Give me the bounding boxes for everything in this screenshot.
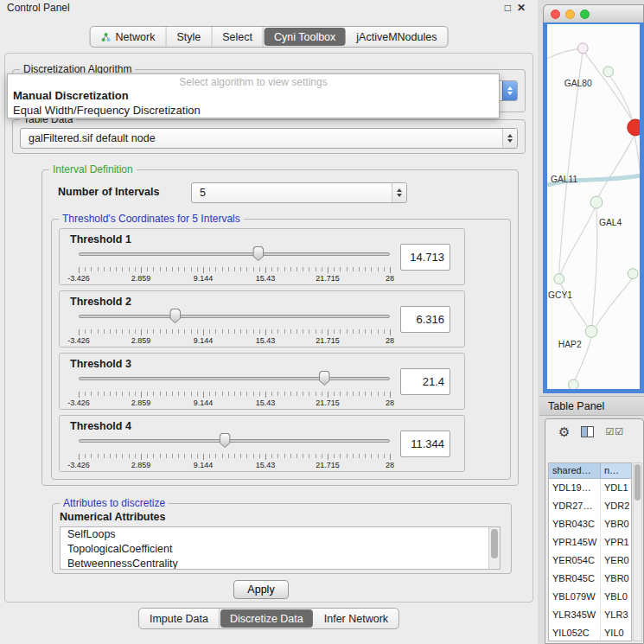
threshold-3-value-field[interactable]: 21.4	[400, 368, 450, 395]
slider-track[interactable]	[79, 439, 390, 443]
table-cell[interactable]: YBR045C	[549, 570, 601, 588]
table-cell[interactable]: YIL0	[601, 624, 631, 641]
table-cell[interactable]: YLR345W	[549, 606, 601, 624]
tab-discretize-data[interactable]: Discretize Data	[220, 609, 313, 628]
threshold-4-value-field[interactable]: 11.344	[400, 430, 450, 457]
tab-network[interactable]: Network	[91, 27, 167, 47]
threshold-1-value-field[interactable]: 14.713	[400, 244, 450, 271]
number-of-intervals-label: Number of Intervals	[58, 186, 159, 198]
table-cell[interactable]: YDR2	[601, 497, 631, 515]
close-traffic-light-icon[interactable]	[551, 10, 560, 19]
network-node-red[interactable]	[628, 119, 640, 136]
tab-impute-data[interactable]: Impute Data	[139, 609, 220, 628]
table-row[interactable]: YBR045CYBR0	[549, 570, 631, 588]
table-cell[interactable]: YDR27…	[549, 497, 601, 515]
table-row[interactable]: YIL052CYIL0	[549, 624, 631, 641]
table-cell[interactable]: YIL052C	[549, 624, 601, 641]
tick-label: 2.859	[131, 399, 151, 407]
columns-icon[interactable]	[581, 426, 594, 437]
tab-jactivemnodules[interactable]: jActiveMNodules	[346, 27, 447, 47]
number-of-intervals-value: 5	[192, 187, 392, 199]
tick-label: 21.715	[316, 461, 340, 469]
table-data-combobox[interactable]: galFiltered.sif default node	[20, 128, 518, 149]
menu-item-manual-discretization[interactable]: Manual Discretization	[8, 88, 499, 103]
table-cell[interactable]: YPR1	[601, 533, 631, 552]
threshold-3-box: Threshold 3 -3.4262.8599.14415.4321.7152…	[59, 353, 465, 410]
table-cell[interactable]: YBR043C	[549, 515, 601, 533]
table-cell[interactable]: YER0	[601, 552, 631, 570]
network-node[interactable]	[554, 274, 564, 284]
network-node[interactable]	[577, 43, 588, 54]
network-node[interactable]	[569, 379, 579, 389]
column-header-name[interactable]: n…	[601, 463, 631, 478]
scrollbar-thumb[interactable]	[491, 529, 498, 558]
close-window-icon[interactable]: ✕	[517, 2, 526, 14]
tick-label: -3.426	[67, 336, 90, 345]
network-window-titlebar[interactable]	[543, 4, 644, 22]
menu-item-equal-width-frequency[interactable]: Equal Width/Frequency Discretization	[8, 103, 499, 118]
table-row[interactable]: YBL079WYBL0	[549, 588, 631, 606]
apply-button[interactable]: Apply	[233, 580, 289, 599]
list-scrollbar[interactable]	[488, 527, 500, 569]
gear-icon[interactable]: ⚙	[558, 425, 570, 438]
list-item[interactable]: BetweennessCentrality	[61, 557, 500, 570]
tab-infer-network[interactable]: Infer Network	[314, 609, 399, 628]
list-item[interactable]: SelfLoops	[61, 527, 500, 542]
threshold-2-slider[interactable]	[79, 309, 390, 324]
slider-tick-labels: -3.4262.8599.14415.4321.71528	[79, 461, 390, 470]
scrollbar-thumb[interactable]	[634, 464, 641, 501]
network-canvas[interactable]: GAL80 GAL11 GAL4 GCY1 HAP2	[543, 22, 644, 393]
table-cell[interactable]: YDL1	[601, 479, 631, 497]
table-row[interactable]: YBR043CYBR0	[549, 515, 631, 533]
node-label: GCY1	[548, 290, 572, 300]
network-node[interactable]	[590, 196, 603, 208]
tab-label: Style	[176, 31, 201, 43]
number-of-intervals-combobox[interactable]: 5	[191, 182, 407, 203]
threshold-4-box: Threshold 4 -3.4262.8599.14415.4321.7152…	[59, 415, 465, 472]
slider-track[interactable]	[79, 377, 390, 380]
table-scrollbar[interactable]	[633, 462, 642, 641]
algorithm-placeholder: Select algorithm to view settings	[8, 74, 499, 88]
slider-thumb[interactable]	[220, 433, 231, 448]
table-row[interactable]: YDL19…YDL1	[549, 479, 631, 497]
threshold-1-slider[interactable]	[79, 246, 390, 262]
zoom-traffic-light-icon[interactable]	[580, 10, 590, 19]
table-cell[interactable]: YBL079W	[549, 588, 601, 606]
network-node[interactable]	[628, 269, 638, 279]
table-cell[interactable]: YBR0	[601, 570, 631, 588]
column-header-shared-name[interactable]: shared…	[549, 463, 601, 478]
network-node[interactable]	[585, 325, 597, 337]
table-cell[interactable]: YBR0	[601, 515, 631, 533]
minimize-traffic-light-icon[interactable]	[565, 10, 575, 19]
table-row[interactable]: YDR27…YDR2	[549, 497, 631, 515]
slider-thumb[interactable]	[252, 246, 264, 261]
table-row[interactable]: YLR345WYLR3	[549, 606, 631, 624]
list-item[interactable]: TopologicalCoefficient	[61, 542, 500, 557]
table-cell[interactable]: YPR145W	[549, 533, 601, 552]
slider-track[interactable]	[79, 252, 390, 256]
threshold-3-label: Threshold 3	[70, 358, 131, 370]
table-cell[interactable]: YLR3	[601, 606, 631, 624]
tab-cyni-toolbox[interactable]: Cyni Toolbox	[265, 28, 345, 46]
slider-thumb[interactable]	[319, 371, 330, 386]
thresholds-group-label: Threshold's Coordinates for 5 Intervals	[59, 213, 244, 225]
table-cell[interactable]: YER054C	[549, 552, 601, 570]
combobox-stepper-icon[interactable]	[502, 129, 517, 148]
threshold-4-slider[interactable]	[79, 433, 390, 449]
table-row[interactable]: YPR145WYPR1	[549, 533, 631, 552]
threshold-3-slider[interactable]	[79, 371, 390, 386]
slider-thumb[interactable]	[169, 309, 181, 323]
float-window-icon[interactable]: □	[505, 2, 511, 14]
threshold-2-value-field[interactable]: 6.316	[400, 306, 450, 333]
table-row[interactable]: YER054CYER0	[549, 552, 631, 570]
table-cell[interactable]: YBL0	[601, 588, 631, 606]
network-node[interactable]	[603, 67, 614, 77]
table-cell[interactable]: YDL19…	[549, 479, 601, 497]
tab-select[interactable]: Select	[212, 27, 264, 47]
checkbox-columns-icon[interactable]: ☑☑	[605, 426, 624, 437]
slider-track[interactable]	[79, 315, 390, 318]
combobox-stepper-icon[interactable]	[392, 183, 406, 202]
tab-style[interactable]: Style	[166, 27, 212, 47]
combobox-stepper-icon[interactable]	[502, 81, 517, 100]
tick-label: 21.715	[316, 274, 340, 283]
